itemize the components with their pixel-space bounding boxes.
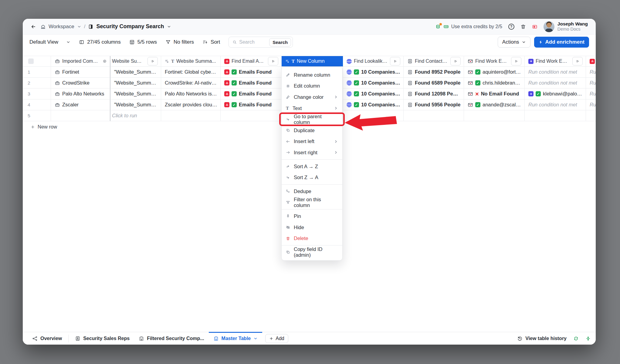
select-all-cell[interactable] [23, 56, 51, 67]
user-menu[interactable]: Joseph Wang Demo Docs [544, 21, 588, 32]
lookalike-cell[interactable]: ✓10 Companies Found [343, 88, 404, 99]
work-email-cell[interactable]: ✓aquintero@fortinet... [464, 67, 525, 78]
clipped-cell[interactable]: Run condition not met [586, 88, 596, 99]
run-column-button[interactable] [450, 57, 461, 65]
back-button[interactable] [31, 24, 36, 29]
column-header-new-column-selected[interactable]: T New Column [282, 56, 343, 67]
row-number[interactable]: 1 [23, 67, 51, 78]
find-email-cell[interactable]: ✓Emails Found [221, 99, 282, 110]
website-summary-json-cell[interactable]: "Website_Summar":"... [110, 67, 161, 78]
find-email-cell[interactable]: ✓Emails Found [221, 78, 282, 88]
clipped-cell[interactable]: Run condition not met [586, 78, 596, 88]
company-cell[interactable]: CrowdStrike [51, 78, 110, 88]
refresh-icon[interactable] [573, 336, 579, 341]
menu-item-filter-on-column[interactable]: Filter on this column [282, 197, 342, 208]
column-header-find-work-email[interactable]: Find Work Email [464, 56, 525, 67]
column-header-find-email[interactable]: Find Email Address... [221, 56, 282, 67]
menu-item-hide[interactable]: Hide [282, 222, 342, 233]
clipped-cell[interactable]: Run condition not met [586, 99, 596, 110]
find-email-cell[interactable]: ✓Emails Found [221, 88, 282, 99]
view-table-history-button[interactable]: View table history [517, 336, 567, 341]
menu-item-delete[interactable]: Delete [282, 233, 342, 244]
menu-item-change-color[interactable]: Change color [282, 92, 342, 103]
menu-item-text[interactable]: TText [282, 103, 342, 114]
row-number[interactable]: 4 [23, 99, 51, 110]
contacts-cell[interactable]: Found 6589 People [404, 78, 464, 88]
contacts-cell[interactable]: Found 8952 People [404, 67, 464, 78]
screen-record-icon[interactable] [532, 24, 537, 29]
actions-button[interactable]: Actions [498, 37, 530, 48]
search-button[interactable]: Search [269, 38, 291, 46]
menu-item-insert-left[interactable]: Insert left [282, 136, 342, 147]
column-header-imported-companies[interactable]: Imported Companies [51, 56, 110, 67]
clipped-cell[interactable] [586, 110, 596, 121]
column-header-website-summary[interactable]: Website Summary [110, 56, 161, 67]
rows-count-button[interactable]: 5/5 rows [129, 39, 157, 45]
lookalike-cell[interactable]: ✓10 Companies Found [343, 78, 404, 88]
chevron-down-icon[interactable] [77, 25, 81, 29]
work-email-2-cell[interactable] [525, 110, 586, 121]
menu-item-insert-right[interactable]: Insert right [282, 147, 342, 158]
tab-security-sales-reps[interactable]: Security Sales Reps [70, 332, 134, 345]
collapse-rows-icon[interactable] [585, 336, 591, 341]
column-header-find-lookalike[interactable]: Find Lookalike Com. [343, 56, 404, 67]
breadcrumb-workspace[interactable]: Workspace [49, 24, 74, 30]
lookalike-cell[interactable]: ✓10 Companies Found [343, 99, 404, 110]
tab-filtered-security-comp[interactable]: Filtered Security Comp... [134, 332, 208, 345]
work-email-2-cell[interactable]: Run condition not met [525, 67, 586, 78]
menu-item-go-to-parent-column[interactable]: Go to parent column [282, 114, 342, 125]
chevron-down-icon[interactable] [167, 25, 171, 29]
menu-item-copy-field-id[interactable]: Copy field ID (admin) [282, 247, 342, 258]
contacts-cell[interactable] [404, 110, 464, 121]
find-email-cell[interactable] [221, 110, 282, 121]
add-enrichment-button[interactable]: Add enrichment [534, 37, 589, 48]
run-column-button[interactable] [511, 57, 521, 65]
menu-item-dedupe[interactable]: Dedupe [282, 186, 342, 197]
help-icon[interactable]: ? [508, 24, 514, 30]
add-tab-button[interactable]: Add [265, 334, 288, 343]
menu-item-duplicate[interactable]: Duplicate [282, 125, 342, 136]
column-header-find-work-email-2[interactable]: Find Work Email (2) [525, 56, 586, 67]
target-icon[interactable] [103, 59, 107, 63]
company-cell[interactable]: Zscaler [51, 99, 110, 110]
work-email-cell[interactable]: ×No Email Found [464, 88, 525, 99]
sort-button[interactable]: Sort [202, 39, 220, 45]
website-summary-json-cell[interactable]: Click to run [110, 110, 161, 121]
website-summary-text-cell[interactable] [161, 110, 221, 121]
website-summary-text-cell[interactable]: Zscaler provides cloud-ba... [161, 99, 221, 110]
clipped-cell[interactable]: Run condition not met [586, 67, 596, 78]
work-email-cell[interactable] [464, 110, 525, 121]
company-cell[interactable]: Fortinet [51, 67, 110, 78]
run-column-button[interactable] [147, 57, 158, 65]
tab-master-table[interactable]: Master Table [209, 332, 263, 345]
contacts-cell[interactable]: Found 12098 People [404, 88, 464, 99]
row-number[interactable]: 2 [23, 78, 51, 88]
menu-item-edit-column[interactable]: Edit column [282, 81, 342, 92]
work-email-2-cell[interactable]: Run condition not met [525, 99, 586, 110]
search-input[interactable] [239, 39, 267, 45]
menu-item-rename-column[interactable]: Rename column [282, 69, 342, 81]
website-summary-json-cell[interactable]: "Website_Summar":"... [110, 88, 161, 99]
work-email-cell[interactable]: ✓chris.hildebrand@... [464, 78, 525, 88]
select-all-checkbox[interactable] [28, 58, 34, 64]
website-summary-text-cell[interactable]: Palo Alto Networks is a le... [161, 88, 221, 99]
tab-overview[interactable]: Overview [28, 332, 66, 345]
run-column-button[interactable] [268, 57, 278, 65]
lookalike-cell[interactable]: ✓10 Companies Found [343, 67, 404, 78]
company-cell[interactable] [51, 110, 110, 121]
company-cell[interactable]: Palo Alto Networks [51, 88, 110, 99]
page-title[interactable]: Security Company Search [96, 23, 164, 30]
column-header-find-contacts[interactable]: Find Contacts at Co. [404, 56, 464, 67]
menu-item-sort-a-z[interactable]: Sort A → Z [282, 161, 342, 172]
new-row-button[interactable]: New row [31, 124, 70, 130]
trash-icon[interactable] [520, 24, 526, 29]
website-summary-text-cell[interactable]: CrowdStrike: AI-native cy... [161, 78, 221, 88]
work-email-2-cell[interactable]: ✓klebnawi@paloalto... [525, 88, 586, 99]
row-number[interactable]: 5 [23, 110, 51, 121]
work-email-2-cell[interactable]: Run condition not met [525, 78, 586, 88]
menu-item-pin[interactable]: Pin [282, 211, 342, 222]
work-email-cell[interactable]: ✓anande@zscaler.c... [464, 99, 525, 110]
filters-button[interactable]: No filters [165, 39, 194, 45]
view-selector[interactable]: Default View [29, 39, 70, 45]
columns-count-button[interactable]: 27/45 columns [79, 39, 121, 45]
